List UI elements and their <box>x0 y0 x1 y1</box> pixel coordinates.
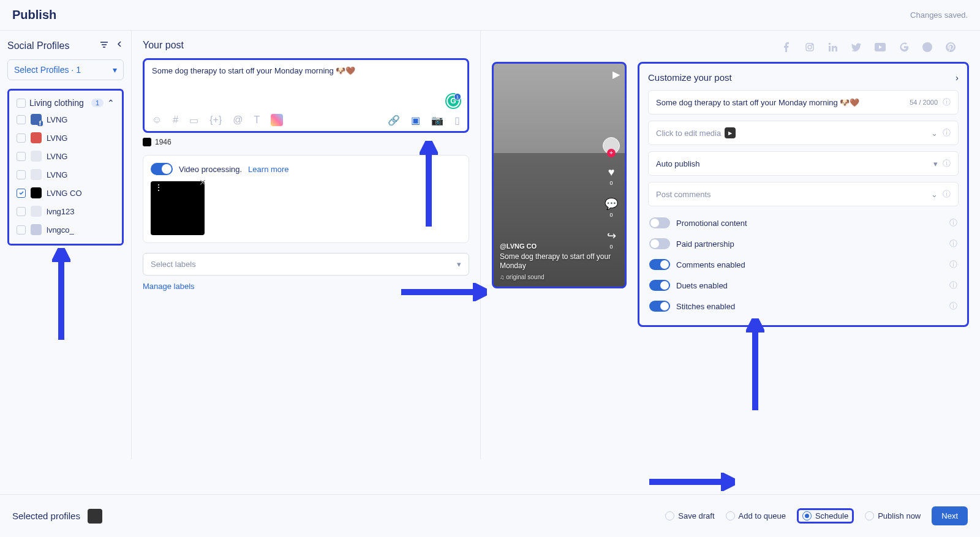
labels-select[interactable]: Select labels ▾ <box>143 253 469 276</box>
mention-icon[interactable]: @ <box>233 115 243 126</box>
tab-reddit[interactable] <box>922 42 932 54</box>
info-icon[interactable]: ⓘ <box>943 97 951 108</box>
collapse-icon[interactable] <box>115 40 124 52</box>
preview-actions: ♥0 💬0 ↪0 <box>603 137 620 250</box>
publish-option-save-draft[interactable]: Save draft <box>665 511 714 520</box>
arrow-annotation <box>401 283 487 301</box>
char-count: 1946 <box>155 138 172 146</box>
profile-checkbox[interactable] <box>17 207 26 216</box>
profile-item[interactable]: LVNG <box>12 110 119 129</box>
chevron-right-icon[interactable]: › <box>956 72 959 83</box>
setting-label: Promotional content <box>676 219 747 228</box>
content: Your post Some dog therapy to start off … <box>132 31 980 459</box>
radio[interactable] <box>802 511 812 520</box>
tab-youtube[interactable] <box>875 43 886 54</box>
like-action[interactable]: ♥0 <box>603 164 619 186</box>
profile-item[interactable]: LVNG CO <box>12 184 119 202</box>
setting-toggle[interactable] <box>649 238 670 249</box>
profile-checkbox[interactable] <box>17 189 26 198</box>
template-icon[interactable]: ▭ <box>189 115 198 126</box>
comment-action[interactable]: 💬0 <box>603 196 619 218</box>
hashtag-icon[interactable]: # <box>173 115 178 126</box>
file-icon[interactable]: ▯ <box>454 115 460 126</box>
profile-checkbox[interactable] <box>17 170 26 179</box>
filter-icon[interactable] <box>99 40 109 52</box>
tab-instagram[interactable] <box>805 42 815 54</box>
profile-checkbox[interactable] <box>17 225 26 235</box>
setting-toggle[interactable] <box>649 217 670 228</box>
profile-checkbox[interactable] <box>17 152 26 161</box>
info-icon[interactable]: ⓘ <box>943 127 951 138</box>
setting-label: Paid partnership <box>676 239 734 249</box>
profile-select-dropdown[interactable]: Select Profiles · 1 ▾ <box>7 59 124 80</box>
arrow-annotation <box>649 473 735 491</box>
option-label: Schedule <box>815 511 848 520</box>
info-icon[interactable]: ⓘ <box>949 301 957 312</box>
customize-media-field[interactable]: Click to edit media ▶ ⌄ ⓘ <box>648 121 959 145</box>
camera-icon[interactable]: 📷 <box>431 115 443 126</box>
profile-checkbox[interactable] <box>17 115 26 124</box>
link-icon[interactable]: 🔗 <box>388 115 400 126</box>
comments-field[interactable]: Post comments ⌄ ⓘ <box>648 182 959 206</box>
tab-pinterest[interactable] <box>946 42 956 54</box>
next-button[interactable]: Next <box>932 506 968 525</box>
group-header[interactable]: Living clothing 1 ⌃ <box>12 96 119 110</box>
group-checkbox[interactable] <box>17 99 26 108</box>
selected-profile-avatar[interactable] <box>88 509 102 524</box>
publish-option-schedule[interactable]: Schedule <box>797 508 854 524</box>
labels-placeholder: Select labels <box>151 260 196 269</box>
arrow-annotation <box>420 141 438 227</box>
radio[interactable] <box>865 511 874 520</box>
tab-google[interactable] <box>899 42 909 54</box>
publish-type-field[interactable]: Auto publish ▾ ⓘ <box>648 151 959 176</box>
info-icon[interactable]: ⓘ <box>943 158 951 169</box>
tab-facebook[interactable] <box>782 42 791 54</box>
profile-item[interactable]: lvngco_ <box>12 220 119 239</box>
info-icon[interactable]: ⓘ <box>949 238 957 249</box>
preview-avatar[interactable] <box>603 137 620 154</box>
arrow-annotation <box>746 318 764 410</box>
info-icon[interactable]: ⓘ <box>949 280 957 291</box>
variable-icon[interactable]: {+} <box>209 115 222 126</box>
compose-textarea[interactable]: Some dog therapy to start off your Monda… <box>152 66 460 109</box>
profile-item[interactable]: LVNG <box>12 129 119 147</box>
learn-more-link[interactable]: Learn more <box>248 165 288 174</box>
info-icon[interactable]: ⓘ <box>949 217 957 228</box>
svg-point-4 <box>829 43 831 45</box>
publish-option-publish-now[interactable]: Publish now <box>865 511 921 520</box>
grammarly-icon[interactable]: 1 <box>447 94 460 108</box>
media-label: Click to edit media <box>656 129 721 138</box>
text-icon[interactable]: T <box>254 115 260 126</box>
chevron-up-icon[interactable]: ⌃ <box>107 98 115 108</box>
preview-caption: Some dog therapy to start off your Monda… <box>500 252 619 271</box>
tab-linkedin[interactable] <box>828 42 838 54</box>
emoji-icon[interactable]: ☺ <box>152 115 162 126</box>
video-icon[interactable]: ▣ <box>411 115 420 126</box>
arrow-annotation <box>52 248 70 340</box>
media-thumbnail[interactable]: ⋮ ✕ <box>151 181 205 235</box>
play-icon[interactable]: ▶ <box>612 69 620 80</box>
setting-toggle[interactable] <box>649 301 670 312</box>
video-processing-toggle[interactable] <box>151 163 173 175</box>
profile-checkbox[interactable] <box>17 133 26 143</box>
info-icon[interactable]: ⓘ <box>943 189 951 200</box>
radio[interactable] <box>665 511 674 520</box>
thumb-menu-icon[interactable]: ⋮ <box>154 185 163 190</box>
profile-item[interactable]: LVNG <box>12 165 119 184</box>
svg-point-2 <box>812 45 813 45</box>
setting-toggle[interactable] <box>649 280 670 291</box>
option-label: Publish now <box>878 511 921 520</box>
svg-point-1 <box>808 45 812 49</box>
profile-item[interactable]: LVNG <box>12 147 119 165</box>
thumb-close-icon[interactable]: ✕ <box>197 178 208 189</box>
radio[interactable] <box>726 511 735 520</box>
chevron-down-icon: ⌄ <box>931 190 938 199</box>
info-icon[interactable]: ⓘ <box>949 259 957 270</box>
customize-caption-field[interactable]: Some dog therapy to start off your Monda… <box>648 90 959 115</box>
setting-toggle[interactable] <box>649 259 670 270</box>
giphy-icon[interactable] <box>271 114 283 126</box>
tab-twitter[interactable] <box>851 42 861 54</box>
profile-avatar <box>31 169 42 180</box>
publish-option-add-to-queue[interactable]: Add to queue <box>726 511 786 520</box>
profile-item[interactable]: lvng123 <box>12 202 119 220</box>
